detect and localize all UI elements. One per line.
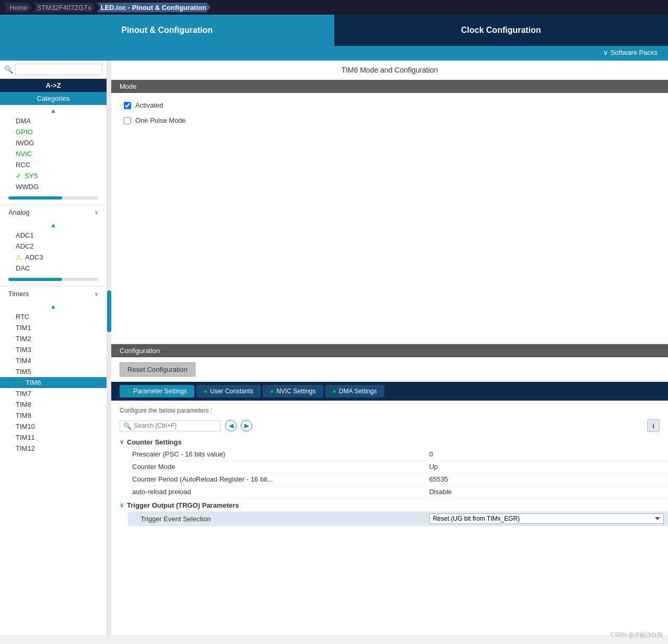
sidebar-search-input[interactable] — [15, 64, 102, 75]
tab-dma-settings[interactable]: ● DMA Settings — [325, 385, 384, 397]
activated-label[interactable]: Activated — [135, 101, 163, 109]
sidebar-item-iwdg[interactable]: IWDG — [0, 137, 107, 148]
config-section-header: Configuration — [111, 344, 668, 357]
param-value-prescaler: 0 — [425, 448, 668, 461]
param-value-auto-reload: Disable — [425, 486, 668, 498]
config-actions: Reset Configuration — [111, 357, 668, 382]
config-section: Configuration Reset Configuration ● Para… — [111, 344, 668, 531]
software-packs-btn[interactable]: ∨ Software Packs — [593, 46, 668, 61]
trigger-event-label: Trigger Event Selection — [128, 511, 425, 526]
table-row: Trigger Event Selection Reset (UG bit fr… — [128, 511, 668, 526]
trigger-event-select[interactable]: Reset (UG bit from TIMx_EGR) Enable (CNT… — [429, 513, 664, 524]
analog-collapse-icon: ∨ — [95, 209, 98, 215]
nvic-settings-check-icon: ● — [270, 388, 274, 395]
table-row: Counter Mode Up — [128, 461, 668, 473]
sidebar-analog-header[interactable]: Analog ∨ — [0, 205, 107, 219]
trigger-output-header[interactable]: ∨ Trigger Output (TRGO) Parameters — [120, 498, 660, 511]
sidebar-categories-button[interactable]: Categories — [0, 92, 107, 105]
sidebar-item-tim7[interactable]: TIM7 — [0, 388, 107, 399]
activated-checkbox[interactable] — [124, 102, 131, 109]
params-search-row: 🔍 ◀ ▶ i — [120, 416, 660, 435]
breadcrumb-file[interactable]: LED.ioc - Pinout & Configuration — [97, 3, 210, 13]
breadcrumb-home[interactable]: Home — [5, 3, 32, 13]
sidebar-item-tim12[interactable]: TIM12 — [0, 443, 107, 454]
one-pulse-checkbox[interactable] — [124, 117, 131, 124]
params-nav-next-button[interactable]: ▶ — [241, 420, 252, 431]
params-info-button[interactable]: i — [647, 419, 660, 432]
sidebar-item-tim4[interactable]: TIM4 — [0, 355, 107, 366]
tab-nvic-settings[interactable]: ● NVIC Settings — [263, 385, 323, 397]
sidebar-item-tim10[interactable]: TIM10 — [0, 421, 107, 432]
param-settings-check-icon: ● — [127, 388, 131, 395]
sidebar-item-dma[interactable]: DMA — [0, 115, 107, 126]
user-constants-check-icon: ● — [204, 388, 207, 395]
sidebar-item-tim5[interactable]: TIM5 — [0, 366, 107, 377]
watermark: CSDN @伊丽沙白翔 — [611, 631, 663, 635]
sidebar-item-rtc[interactable]: RTC — [0, 311, 107, 322]
sidebar-item-tim6[interactable]: ✓ TIM6 — [0, 377, 107, 388]
counter-settings-table: Prescaler (PSC - 16 bits value) 0 Counte… — [128, 448, 668, 498]
config-tabs: ● Parameter Settings ● User Constants ● … — [111, 382, 668, 401]
table-row: Counter Period (AutoReload Register - 16… — [128, 473, 668, 486]
header-tabs: Pinout & Configuration Clock Configurati… — [0, 15, 668, 46]
trigger-output-arrow-icon: ∨ — [120, 502, 124, 509]
params-search-wrapper: 🔍 — [120, 420, 221, 431]
param-name-prescaler: Prescaler (PSC - 16 bits value) — [128, 448, 425, 461]
param-name-counter-mode: Counter Mode — [128, 461, 425, 473]
counter-settings-header[interactable]: ∨ Counter Settings — [120, 435, 660, 448]
sidebar-az-button[interactable]: A->Z — [0, 79, 107, 92]
params-nav-prev-button[interactable]: ◀ — [225, 420, 237, 431]
trigger-output-table: Trigger Event Selection Reset (UG bit fr… — [128, 511, 668, 526]
mode-section: Activated One Pulse Mode — [111, 93, 668, 344]
content-title: TIM6 Mode and Configuration — [111, 61, 668, 80]
sidebar-item-nvic[interactable]: NVIC — [0, 148, 107, 159]
sidebar-item-dac[interactable]: DAC — [0, 263, 107, 274]
sidebar-search-area: 🔍 — [0, 61, 107, 79]
one-pulse-label[interactable]: One Pulse Mode — [135, 116, 186, 124]
sidebar-item-tim3[interactable]: TIM3 — [0, 344, 107, 355]
system-core-scroll-up[interactable]: ▲ — [0, 106, 107, 115]
param-value-counter-period: 65535 — [425, 473, 668, 486]
sidebar-item-tim9[interactable]: TIM9 — [0, 410, 107, 421]
sidebar-item-wwdg[interactable]: WWDG — [0, 181, 107, 192]
breadcrumb: Home STM32F407ZGTx LED.ioc - Pinout & Co… — [0, 0, 668, 15]
sidebar-item-adc1[interactable]: ADC1 — [0, 230, 107, 241]
sidebar-item-gpio[interactable]: GPIO — [0, 126, 107, 137]
sidebar-scrollbar-analog — [0, 275, 107, 284]
analog-scroll-up[interactable]: ▲ — [0, 220, 107, 230]
analog-group: ▲ ADC1 ADC2 ⚠ ADC3 DAC — [0, 219, 107, 275]
param-name-counter-period: Counter Period (AutoReload Register - 16… — [128, 473, 425, 486]
mode-section-header: Mode — [111, 80, 668, 93]
sidebar-item-tim2[interactable]: TIM2 — [0, 333, 107, 344]
timers-group: ▲ RTC TIM1 TIM2 TIM3 TIM4 TIM5 ✓ TIM6 TI… — [0, 301, 107, 455]
parameters-area: Configure the below parameters : 🔍 ◀ ▶ i… — [111, 401, 668, 531]
trigger-event-value-cell: Reset (UG bit from TIMx_EGR) Enable (CNT… — [425, 511, 668, 526]
sidebar-item-rcc[interactable]: RCC — [0, 159, 107, 170]
sidebar-item-adc3[interactable]: ⚠ ADC3 — [0, 252, 107, 263]
params-search-icon: 🔍 — [123, 422, 132, 430]
sidebar-item-tim1[interactable]: TIM1 — [0, 322, 107, 333]
tab-pinout-config[interactable]: Pinout & Configuration — [0, 15, 334, 46]
search-icon: 🔍 — [4, 65, 13, 74]
tab-clock-config[interactable]: Clock Configuration — [334, 15, 669, 46]
tab-parameter-settings[interactable]: ● Parameter Settings — [120, 385, 194, 397]
activated-row: Activated — [124, 101, 655, 109]
content-area: TIM6 Mode and Configuration Mode Activat… — [111, 61, 668, 635]
params-search-input[interactable] — [134, 422, 217, 429]
breadcrumb-device[interactable]: STM32F407ZGTx — [33, 3, 96, 13]
param-value-counter-mode: Up — [425, 461, 668, 473]
timers-scroll-up[interactable]: ▲ — [0, 302, 107, 311]
one-pulse-row: One Pulse Mode — [124, 116, 655, 124]
sidebar-item-tim8[interactable]: TIM8 — [0, 399, 107, 410]
sidebar-item-adc2[interactable]: ADC2 — [0, 241, 107, 252]
main-layout: 🔍 A->Z Categories ▲ DMA GPIO IWDG NVIC — [0, 61, 668, 635]
sidebar-item-tim11[interactable]: TIM11 — [0, 432, 107, 443]
sidebar-vertical-scrollbar[interactable] — [107, 61, 111, 635]
table-row: auto-reload preload Disable — [128, 486, 668, 498]
table-row: Prescaler (PSC - 16 bits value) 0 — [128, 448, 668, 461]
sidebar-item-sys[interactable]: ✓ SYS — [0, 170, 107, 181]
reset-config-button[interactable]: Reset Configuration — [120, 362, 195, 377]
tab-user-constants[interactable]: ● User Constants — [196, 385, 261, 397]
timers-collapse-icon: ∨ — [95, 291, 98, 297]
sidebar-timers-header[interactable]: Timers ∨ — [0, 286, 107, 301]
